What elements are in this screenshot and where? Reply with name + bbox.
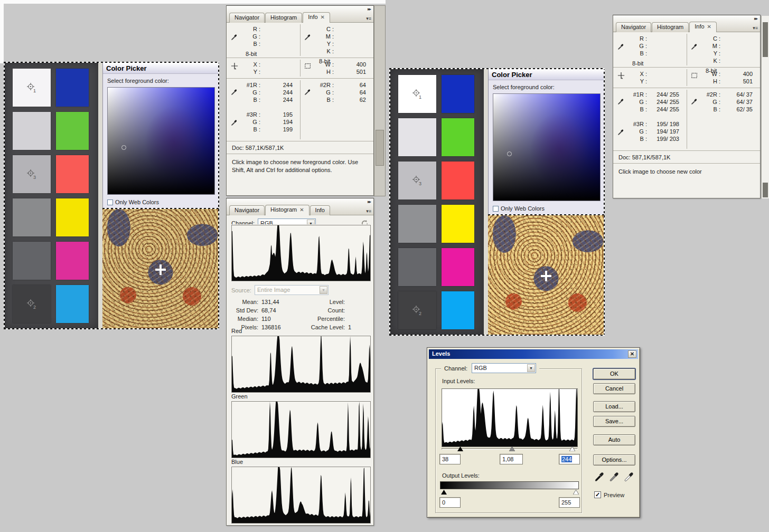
color-marker[interactable] xyxy=(507,151,512,156)
eyedropper-icon xyxy=(304,88,312,96)
sampler2-r: 64 xyxy=(360,81,373,89)
auto-button[interactable]: Auto xyxy=(593,434,635,445)
tab-info[interactable]: Info✕ xyxy=(303,12,330,23)
window-scrollbar-fragment[interactable] xyxy=(761,16,769,198)
tab-close-icon[interactable]: ✕ xyxy=(299,207,304,213)
tab-close-icon[interactable]: ✕ xyxy=(321,14,325,20)
tab-navigator[interactable]: Navigator xyxy=(229,13,265,23)
output-highlight-field[interactable]: 255 xyxy=(559,497,580,508)
input-highlight-field[interactable]: 244 xyxy=(559,454,580,464)
midtone-slider[interactable] xyxy=(509,446,515,451)
levels-title-bar[interactable]: Levels ✕ xyxy=(429,349,638,359)
collapse-panel-icon[interactable]: ▸▸ xyxy=(368,199,370,204)
chevron-down-icon[interactable]: ▼ xyxy=(527,364,535,372)
color-checker-chart: 132 xyxy=(4,62,98,329)
black-point-eyedropper-icon[interactable] xyxy=(594,471,605,482)
tool-hint: Click image to choose new color xyxy=(613,164,760,180)
blue-histogram-display xyxy=(231,467,371,524)
shadow-slider[interactable] xyxy=(457,446,463,451)
save-button[interactable]: Save... xyxy=(593,416,635,427)
collapse-panel-icon[interactable]: ▸▸ xyxy=(754,16,757,21)
checker-row xyxy=(13,112,98,150)
sampler2-label: #2R : xyxy=(699,91,720,98)
gray-swatch: 1 xyxy=(13,69,51,107)
color-swatch xyxy=(56,112,89,150)
output-gradient-bar[interactable] xyxy=(440,481,579,489)
tab-histogram[interactable]: Histogram xyxy=(265,13,302,23)
marquee-icon xyxy=(691,72,698,79)
color-swatch xyxy=(442,118,474,156)
svg-text:3: 3 xyxy=(419,181,421,186)
color-sampler-marker: 1 xyxy=(411,88,424,100)
highlight-slider[interactable] xyxy=(569,446,575,451)
only-web-colors-checkbox[interactable] xyxy=(107,200,113,205)
white-point-eyedropper-icon[interactable] xyxy=(624,471,634,482)
percentile-label: Percentile: xyxy=(294,315,345,323)
tab-navigator[interactable]: Navigator xyxy=(229,205,265,215)
height-value: 501 xyxy=(743,78,760,85)
sampler2-label: #2R : xyxy=(313,81,334,89)
gray-swatch: 2 xyxy=(398,291,436,329)
window-scrollbar-fragment[interactable] xyxy=(374,5,386,196)
scrollbar-thumb[interactable] xyxy=(763,183,768,197)
r-label: R : xyxy=(242,25,260,33)
collapse-panel-icon[interactable]: ▸▸ xyxy=(368,6,370,12)
input-levels-label: Input Levels: xyxy=(442,378,475,384)
preview-checkbox[interactable]: ✓ xyxy=(594,491,601,498)
color-sampler-marker: 3 xyxy=(411,174,424,187)
levels-channel-select[interactable]: RGB ▼ xyxy=(472,363,536,373)
preview-label: Preview xyxy=(604,492,624,498)
load-button[interactable]: Load... xyxy=(593,401,635,412)
ok-button[interactable]: OK xyxy=(593,368,635,379)
svg-text:1: 1 xyxy=(419,94,421,100)
gray-point-eyedropper-icon[interactable] xyxy=(609,471,620,482)
output-highlight-slider[interactable] xyxy=(573,490,579,495)
svg-text:2: 2 xyxy=(33,305,36,310)
scrollbar-thumb[interactable] xyxy=(376,130,384,166)
paisley-pattern-image[interactable] xyxy=(488,215,604,335)
svg-text:1: 1 xyxy=(33,88,36,93)
levels-dialog: Levels ✕ Channel: RGB ▼ Input Levels: 38… xyxy=(427,347,640,518)
color-picker-title: Color Picker xyxy=(489,69,604,80)
cancel-button[interactable]: Cancel xyxy=(593,383,635,394)
brush-cursor-cross xyxy=(155,264,166,275)
tab-info[interactable]: Info xyxy=(310,205,330,215)
w-label: W : xyxy=(316,61,334,68)
input-shadow-field[interactable]: 38 xyxy=(439,454,461,464)
k-label: K : xyxy=(316,48,334,55)
stddev-label: Std Dev: xyxy=(227,306,258,315)
levels-channel-label: Channel: xyxy=(444,365,467,372)
color-swatch xyxy=(442,205,474,243)
close-icon[interactable]: ✕ xyxy=(628,350,636,358)
scrollbar-thumb[interactable] xyxy=(763,22,768,57)
svg-text:2: 2 xyxy=(419,311,421,316)
input-gamma-field[interactable]: 1,08 xyxy=(500,454,523,464)
panel-menu-icon[interactable]: ▾≡ xyxy=(753,25,758,31)
sampler1-label: #1R : xyxy=(626,91,647,98)
only-web-colors-checkbox[interactable] xyxy=(493,206,499,212)
c-label: C : xyxy=(316,25,334,33)
color-gradient-field[interactable] xyxy=(107,87,215,195)
color-gradient-field[interactable] xyxy=(493,93,601,201)
paisley-pattern-image[interactable] xyxy=(102,208,219,329)
source-label: Source: xyxy=(231,287,251,293)
panel-menu-icon[interactable]: ▾≡ xyxy=(366,16,371,21)
panel-menu-icon[interactable]: ▾≡ xyxy=(366,208,371,214)
tab-navigator[interactable]: Navigator xyxy=(616,22,651,32)
output-shadow-field[interactable]: 0 xyxy=(439,497,461,508)
red-histogram-display xyxy=(231,336,371,393)
green-section-label: Green xyxy=(231,393,248,401)
options-button[interactable]: Options... xyxy=(593,454,635,466)
color-swatch xyxy=(442,75,474,113)
checker-paper-edge xyxy=(98,62,102,329)
tab-histogram[interactable]: Histogram✕ xyxy=(265,205,310,215)
tab-close-icon[interactable]: ✕ xyxy=(707,24,711,30)
eyedropper-icon xyxy=(231,119,238,126)
image-document-right[interactable]: 132 Color Picker Select foreground color… xyxy=(390,69,604,335)
image-document-left[interactable]: 132 Color Picker Select foreground color… xyxy=(4,62,219,329)
tab-histogram[interactable]: Histogram xyxy=(652,22,689,32)
color-marker[interactable] xyxy=(121,145,126,150)
checker-row: 2 xyxy=(398,291,484,329)
output-shadow-slider[interactable] xyxy=(441,490,447,495)
tab-info[interactable]: Info✕ xyxy=(689,22,717,32)
